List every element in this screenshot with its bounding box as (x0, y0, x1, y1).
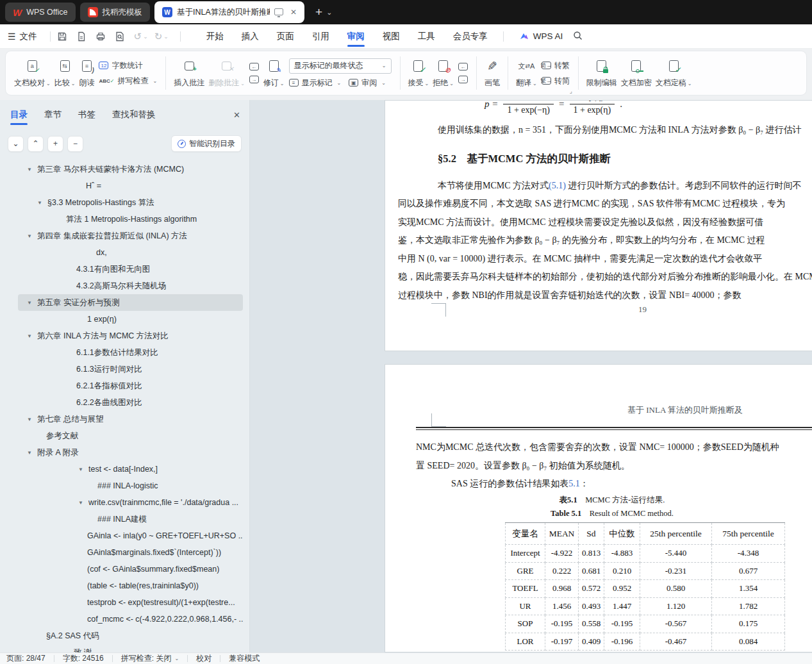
toc-item[interactable]: ▼ 第七章 总结与展望 (18, 411, 243, 427)
toc-item[interactable]: ▼ ### INLA-logistic (18, 477, 243, 494)
toc-item[interactable]: ▼ dx, (18, 244, 243, 261)
sidebar-tab-find-replace[interactable]: 查找和替换 (112, 101, 156, 129)
toc-item[interactable]: ▼ write.csv(trainmcmc,file = './data/gra… (18, 494, 243, 511)
toc-item[interactable]: ▼ 算法 1 Metropolis-Hastings algorithm (18, 211, 243, 228)
tab-list-dropdown-icon[interactable]: ⌄ (326, 8, 332, 17)
next-revision-icon[interactable]: → (458, 76, 468, 83)
collapse-all-button[interactable]: ⌃ (28, 136, 44, 152)
new-tab-button[interactable]: + (315, 5, 322, 19)
menu-reference[interactable]: 引用 (303, 24, 338, 49)
toc-item[interactable]: ▼ 6.1.3运行时间对比 (18, 361, 243, 378)
document-page-19[interactable]: p = 11 + exp(−η) = exp(η)1 + exp(η) . 使用… (385, 100, 812, 351)
zoom-out-toc-button[interactable]: − (67, 136, 83, 152)
toc-item[interactable]: ▼ ### INLA建模 (18, 511, 243, 527)
status-page-indicator[interactable]: 页面: 28/47 (6, 653, 46, 664)
toc-item[interactable]: ▼ 参考文献 (18, 427, 243, 444)
doc-proof-button[interactable]: a✓ 文档校对⌄ (14, 53, 51, 93)
screen-share-icon[interactable] (274, 8, 283, 15)
toc-collapse-arrow-icon[interactable]: ▼ (27, 450, 37, 456)
toc-collapse-arrow-icon[interactable]: ▼ (27, 167, 37, 172)
status-spellcheck[interactable]: 拼写检查: 关闭 (121, 653, 172, 664)
zoom-in-toc-button[interactable]: + (47, 136, 63, 152)
toc-collapse-arrow-icon[interactable]: ▼ (27, 300, 37, 306)
table-reference-link[interactable]: 5.1 (568, 479, 580, 488)
status-word-count[interactable]: 字数: 24516 (63, 653, 104, 664)
word-count-button[interactable]: 12 字数统计 (99, 60, 157, 71)
save-icon[interactable] (57, 31, 67, 42)
tab-wps-home[interactable]: W WPS Office (5, 3, 76, 22)
toc-item[interactable]: ▼ (table <- table(res,traininla$y0)) (18, 577, 243, 594)
toc-item[interactable]: ▼ 附录 A 附录 (18, 444, 243, 461)
markup-state-combobox[interactable]: 显示标记的最终状态⌄ (289, 58, 392, 74)
traditional-to-simplified-button[interactable]: 繁→ 转简 (542, 76, 570, 87)
translate-button[interactable]: 文⇄A 翻译⌄ (516, 53, 537, 93)
sidebar-tab-chapters[interactable]: 章节 (44, 101, 62, 129)
sidebar-tab-bookmarks[interactable]: 书签 (78, 101, 95, 129)
toc-item[interactable]: ▼ 第三章 马尔科夫链蒙特卡洛方法 (MCMC) (18, 161, 243, 178)
toc-item[interactable]: ▼ 4.3.1有向图和无向图 (18, 261, 243, 278)
toc-item[interactable]: ▼ 6.2.1各指标值对比 (18, 378, 243, 394)
toc-collapse-arrow-icon[interactable]: ▼ (37, 200, 47, 206)
redo-dropdown-icon[interactable]: ⌄ (163, 33, 169, 40)
file-menu[interactable]: 文件 (20, 31, 37, 42)
toc-item[interactable]: ▼ test <- data[-Index,] (18, 461, 243, 477)
menu-insert[interactable]: 插入 (233, 24, 268, 49)
toc-collapse-arrow-icon[interactable]: ▼ (27, 417, 37, 422)
simplified-to-traditional-button[interactable]: 简→ 转繁 (542, 60, 570, 71)
dialog-launcher-icon[interactable]: ⌟ (569, 88, 572, 94)
export-pdf-icon[interactable] (76, 31, 87, 42)
toc-item[interactable]: ▼ 致 谢 (18, 644, 243, 652)
tab-docer-templates[interactable]: 找稻壳模板 (80, 3, 151, 22)
print-icon[interactable] (95, 31, 106, 42)
spellcheck-dropdown-icon[interactable]: ⌄ (174, 656, 179, 661)
undo-icon[interactable]: ↺ (134, 31, 142, 42)
toc-item[interactable]: ▼ 第四章 集成嵌套拉普拉斯近似 (INLA) 方法 (18, 228, 243, 244)
accept-button[interactable]: ✓ 接受⌄ (408, 53, 429, 93)
read-aloud-button[interactable]: ≡) 朗读 (79, 53, 94, 93)
toc-item[interactable]: ▼ (cof <- GAinla$summary.fixed$mean) (18, 561, 243, 577)
toc-collapse-arrow-icon[interactable]: ▼ (27, 333, 37, 339)
toc-item[interactable]: ▼ 第六章 INLA 方法与 MCMC 方法对比 (18, 328, 243, 344)
menu-review-active[interactable]: 审阅 (338, 24, 374, 49)
smart-toc-button[interactable]: 智能识别目录 (171, 135, 242, 152)
menu-page[interactable]: 页面 (268, 24, 303, 49)
wps-ai-button[interactable]: WPS AI (519, 31, 563, 41)
toc-item[interactable]: ▼ 6.2.2各曲线图对比 (18, 394, 243, 411)
menu-view[interactable]: 视图 (374, 24, 409, 49)
toc-collapse-arrow-icon[interactable]: ▼ (27, 233, 37, 239)
compare-button[interactable]: ⇆ 比较⌄ (54, 53, 76, 93)
spell-check-button[interactable]: ABC✓ 拼写检查⌄ (99, 76, 157, 87)
sidebar-tab-toc[interactable]: 目录 (10, 101, 28, 129)
undo-dropdown-icon[interactable]: ⌄ (143, 33, 148, 40)
prev-revision-icon[interactable]: ← (458, 63, 468, 71)
toc-item[interactable]: ▼ 第五章 实证分析与预测 (18, 294, 243, 311)
ink-pen-button[interactable]: ✎ 画笔 (485, 53, 500, 93)
sidebar-close-icon[interactable]: ✕ (233, 110, 240, 120)
search-icon[interactable] (573, 31, 583, 42)
expand-all-button[interactable]: ⌄ (8, 136, 24, 152)
redo-icon[interactable]: ↻ (154, 31, 163, 42)
print-preview-icon[interactable] (115, 31, 125, 42)
menu-tools[interactable]: 工具 (409, 24, 444, 49)
toc-item[interactable]: ▼ 6.1.1参数估计结果对比 (18, 344, 243, 361)
tab-document-active[interactable]: W 基于INLA算法的贝叶斯推断及 ✕ (154, 1, 304, 23)
menu-home[interactable]: 开始 (197, 24, 233, 49)
track-changes-button[interactable]: ✎ 修订⌄ (263, 53, 285, 93)
encrypt-document-button[interactable]: 文档加密 (621, 53, 652, 93)
toc-collapse-arrow-icon[interactable]: ▼ (78, 500, 88, 506)
review-pane-button[interactable]: ▣ 审阅⌄ (349, 78, 386, 88)
document-page-20[interactable]: 基于 INLA 算法的贝叶斯推断及 NMC为MCMC 总迭代次数，包含需要舍弃的… (385, 364, 812, 652)
reject-button[interactable]: ⊘ 拒绝⌄ (433, 53, 454, 93)
restrict-editing-button[interactable]: 限制编辑 (586, 53, 617, 93)
toc-item[interactable]: ▼ 1 exp(η) (18, 311, 243, 328)
finalize-document-button[interactable]: ✓ 文档定稿⌄ (656, 53, 692, 93)
toc-item[interactable]: ▼ §A.2 SAS 代码 (18, 627, 243, 644)
cross-reference-link[interactable]: (5.1) (549, 181, 566, 190)
hamburger-icon[interactable]: ☰ (8, 31, 16, 42)
menu-member[interactable]: 会员专享 (444, 24, 497, 49)
toc-item[interactable]: ▼ testprob <- exp(testresult)/(1+exp(tes… (18, 594, 243, 611)
toc-collapse-arrow-icon[interactable]: ▼ (78, 467, 88, 472)
show-markup-button[interactable]: ≡ 显示标记⌄ (289, 78, 342, 88)
status-proofread[interactable]: 校对 (196, 653, 211, 664)
toc-item[interactable]: ▼ GAinla$marginals.fixed$`(Intercept)`)) (18, 544, 243, 561)
